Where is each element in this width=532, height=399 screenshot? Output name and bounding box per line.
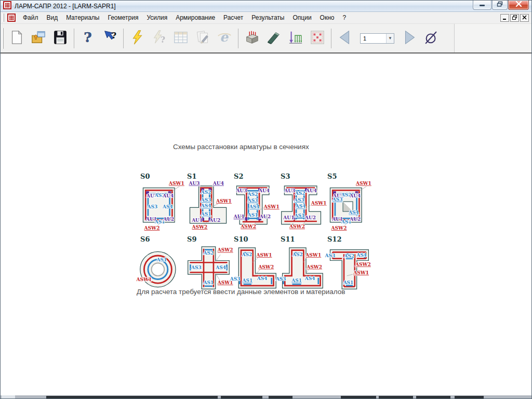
toolbar: ???e1▼ [1, 24, 455, 52]
element-number-combobox[interactable]: 1▼ [360, 33, 394, 44]
scheme-title: S3 [278, 172, 325, 181]
menubar: ФайлВидМатериалыГеометрияУсилияАрмирован… [1, 12, 531, 24]
mdi-document-icon[interactable] [7, 14, 16, 22]
toolbar-button-open[interactable] [28, 28, 49, 49]
rebar-label-as2: AS2 [344, 254, 355, 259]
svg-text:?: ? [84, 30, 91, 45]
menubar-grip[interactable] [3, 14, 4, 22]
rebar-label-asw2: ASW2 [217, 247, 233, 252]
toolbar-button-calculate[interactable] [126, 28, 148, 49]
section-dots-icon [310, 30, 325, 47]
scheme-s1: S1 AU3AU4AS2AS3AS4AS1AU1AU2ASW1ASW2 [185, 172, 232, 233]
menu-item-view[interactable]: Вид [43, 12, 62, 23]
scheme-title: S12 [325, 235, 372, 244]
scheme-title: S5 [325, 172, 372, 181]
toolbar-button-prev-element[interactable] [334, 28, 356, 49]
rebar-label-as1: AS1 [247, 212, 258, 218]
mdi-close-button[interactable] [520, 14, 529, 22]
rebar-label-au4: AU4 [162, 194, 174, 199]
menu-item-calculation[interactable]: Расчет [219, 12, 247, 23]
prev-arrow-icon [337, 30, 353, 47]
toolbar-button-section[interactable] [307, 28, 328, 49]
rebar-label-as3: AS3 [332, 197, 343, 202]
toolbar-button-help[interactable]: ? [77, 28, 99, 49]
toolbar-separator [123, 29, 124, 48]
toolbar-button-context-help[interactable]: ? [99, 28, 121, 49]
rebar-label-asw2: ASW2 [289, 224, 305, 229]
menu-item-options[interactable]: Опции [288, 12, 315, 23]
menu-item-results[interactable]: Результаты [247, 12, 288, 23]
toolbar-button-element-data[interactable] [241, 28, 263, 49]
app-window: ЛАРМ-САПР 2012 - [LARM-SAPR1] ФайлВидМат… [0, 0, 532, 399]
svg-text:?: ? [161, 35, 165, 45]
svg-text:?: ? [112, 30, 116, 40]
rebar-label-asw2: ASW2 [144, 225, 160, 231]
scheme-diagram-s0: AU3AS2AU4AS3AS4AU1AS1AU2ASW1ASW2 [138, 181, 185, 233]
restore-button[interactable] [492, 1, 508, 10]
combobox-dropdown-icon[interactable]: ▼ [386, 34, 394, 43]
scheme-title: S1 [185, 172, 232, 181]
rebar-label-as3: AS3 [147, 204, 158, 209]
rebar-label-asw1: ASW1 [263, 204, 280, 209]
rebar-label-as3: AS3 [191, 265, 202, 270]
schemes-heading: Схемы расстановки арматуры в сечениях [173, 143, 309, 151]
rebar-label-asw1: ASW1 [353, 270, 369, 275]
toolbar-button-materials[interactable] [263, 28, 285, 49]
taskbar-start-fragment [2, 395, 15, 398]
mdi-restore-button[interactable] [510, 14, 519, 22]
toolbar-button-new[interactable] [6, 28, 28, 49]
rebar-label-as2: AS2 [203, 250, 214, 256]
menu-item-forces[interactable]: Усилия [142, 12, 171, 23]
rebar-label-as4: AS4 [249, 204, 260, 209]
titlebar: ЛАРМ-САПР 2012 - [LARM-SAPR1] [1, 1, 531, 12]
toolbar-button-save[interactable] [49, 28, 71, 49]
close-button[interactable] [508, 1, 529, 10]
menu-item-file[interactable]: Файл [19, 12, 43, 23]
rebar-label-as1: AS1 [294, 213, 305, 218]
diameter-icon [423, 30, 439, 47]
document-area: Схемы расстановки арматуры в сечениях S0… [1, 52, 531, 395]
rebar-label-as2: AS2 [201, 190, 211, 195]
toolbar-grip[interactable] [2, 28, 4, 49]
minimize-button[interactable] [473, 1, 491, 10]
toolbar-button-browser[interactable]: e [214, 28, 235, 49]
scheme-s10: S10 AS2ASW1ASW2AS3AS1AS4 [232, 235, 278, 296]
scheme-diagram-s5: AU3AS2AU4AS3AS4AU1AS1AU2ASW1ASW2 [325, 181, 372, 233]
loads-icon [288, 30, 303, 47]
rebar-label-au4: AU4 [212, 181, 224, 186]
materials-wedge-icon [266, 30, 282, 47]
svg-text:e: e [220, 30, 229, 45]
toolbar-button-loads[interactable] [285, 28, 307, 49]
mdi-close-icon [522, 14, 527, 21]
menu-item-help[interactable]: ? [338, 12, 350, 23]
rebar-label-as4: AS4 [295, 204, 306, 209]
menu-item-materials[interactable]: Материалы [62, 12, 103, 23]
scheme-s3: S3 AU3AS2AU4AS3AS4AU1AS1AU2ASW1ASW2 [278, 172, 325, 233]
rebar-label-as4: AS4 [348, 210, 359, 215]
hint-text: Для расчета требуется ввести данные элем… [137, 288, 345, 296]
toolbar-button-report[interactable] [192, 28, 214, 49]
rebar-label-as1: AS1 [343, 280, 354, 285]
taskbar-app-fragment [416, 396, 450, 398]
menu-item-reinforcement[interactable]: Армирование [171, 12, 219, 23]
mdi-minimize-button[interactable] [500, 14, 509, 22]
scheme-s0: S0 AU3AS2AU4AS3AS4AU1AS1AU2ASW1ASW2 [138, 172, 185, 233]
taskbar-app-fragment [341, 396, 376, 398]
scheme-s5: S5 AU3AS2AU4AS3AS4AU1AS1AU2ASW1ASW2 [325, 172, 372, 233]
rebar-label-asw1: ASW1 [305, 252, 321, 258]
rebar-label-as3: AS3 [247, 198, 258, 203]
rebar-label-asw1: ASW1 [311, 201, 327, 206]
scheme-title: S11 [278, 235, 325, 244]
menu-item-geometry[interactable]: Геометрия [104, 12, 143, 23]
menu-item-window[interactable]: Окно [316, 12, 339, 23]
rebar-label-as3: AS3 [201, 197, 211, 203]
toolbar-button-calculate-info[interactable]: ? [148, 28, 170, 49]
scheme-s12: S12 AS3AS2AS4ASW2ASW1AS1 [325, 235, 372, 296]
toolbar-button-diameter[interactable] [420, 28, 442, 49]
toolbar-button-results-table[interactable] [170, 28, 192, 49]
toolbar-row: ???e1▼ [1, 24, 531, 52]
rebar-label-as4: AS4 [162, 204, 173, 209]
toolbar-button-next-element[interactable] [398, 28, 420, 49]
rebar-label-as3: AS3 [275, 276, 286, 282]
toolbar-separator [331, 29, 331, 48]
